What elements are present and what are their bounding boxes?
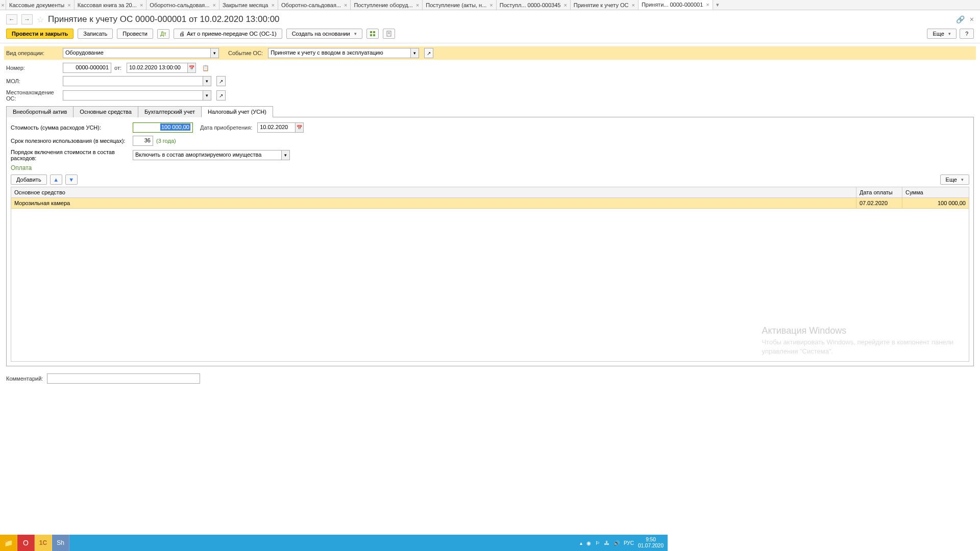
mol-open-button[interactable]: ↗ (216, 76, 226, 86)
close-icon[interactable]: × (631, 2, 634, 8)
date-from-label: от: (114, 65, 121, 71)
main-toolbar: Провести и закрыть Записать Провести Дт … (0, 27, 980, 43)
nav-back-button[interactable]: ← (6, 14, 17, 24)
cell-sum: 100 000,00 (902, 198, 969, 208)
location-label: Местонахождение ОС: (6, 89, 60, 102)
cost-order-field[interactable]: Включить в состав амортизируемого имущес… (133, 150, 282, 160)
close-icon[interactable]: × (706, 2, 709, 8)
cell-date: 07.02.2020 (856, 198, 902, 208)
useful-life-field[interactable]: 36 (133, 136, 153, 146)
mol-dropdown[interactable]: ▾ (203, 76, 211, 86)
nav-forward-button[interactable]: → (21, 14, 33, 24)
acq-date-field[interactable]: 10.02.2020 (257, 122, 296, 133)
tabs-overflow[interactable]: ▾ (713, 0, 722, 10)
post-and-close-button[interactable]: Провести и закрыть (6, 29, 74, 39)
create-based-on-button[interactable]: Создать на основании (286, 29, 362, 39)
printer-icon: 🖨 (179, 31, 185, 37)
useful-life-label: Срок полезного использования (в месяцах)… (11, 138, 130, 144)
print-act-button[interactable]: 🖨 Акт о приеме-передаче ОС (ОС-1) (174, 29, 282, 39)
doc-tab-9[interactable]: Приняти... 0000-000001× (639, 0, 713, 10)
tab-fixed-assets[interactable]: Основные средства (73, 106, 138, 117)
cost-order-label: Порядок включения стоимости в состав рас… (11, 149, 130, 161)
page-title: Принятие к учету ОС 0000-000001 от 10.02… (48, 14, 280, 24)
date-field[interactable]: 10.02.2020 13:00:00 (127, 63, 188, 73)
close-icon[interactable]: × (140, 2, 143, 8)
tab-noncurrent-asset[interactable]: Внеоборотный актив (6, 106, 74, 117)
save-button[interactable]: Записать (78, 29, 113, 39)
comment-field[interactable] (47, 373, 200, 384)
location-dropdown[interactable]: ▾ (203, 90, 211, 101)
tab-content: Стоимость (сумма расходов УСН): 100 000,… (6, 117, 974, 366)
doc-tab-8[interactable]: Принятие к учету ОС× (571, 0, 639, 10)
help-button[interactable]: ? (960, 29, 974, 39)
link-icon[interactable]: 🔗 (956, 15, 965, 23)
col-asset[interactable]: Основное средство (11, 187, 856, 197)
doc-tab-3[interactable]: Закрытие месяца× (219, 0, 278, 10)
location-field[interactable] (63, 90, 203, 101)
dt-kt-button[interactable]: Дт (157, 29, 169, 39)
close-icon[interactable]: × (67, 2, 70, 8)
cost-field[interactable]: 100 000,00 (133, 122, 193, 133)
doc-tab-1[interactable]: Кассовая книга за 20...× (75, 0, 147, 10)
payment-section-title: Оплата (11, 164, 969, 171)
close-icon[interactable]: × (489, 2, 493, 8)
mol-field[interactable] (63, 76, 203, 86)
event-dropdown[interactable]: ▾ (411, 48, 419, 58)
move-up-button[interactable]: ▲ (50, 174, 62, 185)
event-label: Событие ОС: (228, 50, 263, 56)
tab-close-leading[interactable]: × (0, 0, 6, 10)
cost-order-dropdown[interactable]: ▾ (282, 150, 290, 160)
inner-tabs: Внеоборотный актив Основные средства Бух… (6, 106, 974, 117)
cell-asset: Морозильная камера (11, 198, 856, 208)
document-tabs: × Кассовые документы× Кассовая книга за … (0, 0, 980, 10)
close-icon[interactable]: × (416, 2, 419, 8)
svg-rect-2 (370, 34, 372, 36)
post-button[interactable]: Провести (117, 29, 153, 39)
number-label: Номер: (6, 65, 60, 71)
close-icon[interactable]: × (564, 2, 567, 8)
col-sum[interactable]: Сумма (902, 187, 969, 197)
useful-life-years: (3 года) (156, 138, 176, 144)
event-open-button[interactable]: ↗ (424, 48, 433, 58)
cost-label: Стоимость (сумма расходов УСН): (11, 124, 130, 131)
svg-rect-3 (373, 34, 375, 36)
event-field[interactable]: Принятие к учету с вводом в эксплуатацию (268, 48, 411, 58)
svg-rect-0 (370, 31, 372, 33)
doc-tab-6[interactable]: Поступление (акты, н...× (423, 0, 497, 10)
acq-date-calendar[interactable]: 📅 (296, 122, 304, 133)
close-icon[interactable]: × (271, 2, 274, 8)
date-calendar-button[interactable]: 📅 (188, 63, 196, 73)
move-down-button[interactable]: ▼ (65, 174, 78, 185)
tab-tax-usn[interactable]: Налоговый учет (УСН) (201, 106, 273, 117)
doc-tab-5[interactable]: Поступление оборуд...× (351, 0, 423, 10)
table-row[interactable]: Морозильная камера 07.02.2020 100 000,00 (11, 198, 969, 209)
more-button[interactable]: Еще (927, 29, 956, 39)
acq-date-label: Дата приобретения: (200, 124, 252, 131)
op-type-dropdown[interactable]: ▾ (211, 48, 219, 58)
close-icon[interactable]: × (344, 2, 347, 8)
tab-accounting[interactable]: Бухгалтерский учет (138, 106, 202, 117)
mol-label: МОЛ: (6, 78, 60, 84)
table-more-button[interactable]: Еще (940, 174, 969, 185)
doc-tab-7[interactable]: Поступл... 0000-000345× (497, 0, 571, 10)
doc-tab-0[interactable]: Кассовые документы× (6, 0, 75, 10)
payment-table: Основное средство Дата оплаты Сумма Моро… (11, 187, 969, 362)
info-icon[interactable]: 📋 (202, 65, 209, 71)
related-button[interactable] (366, 29, 379, 39)
op-type-field[interactable]: Оборудование (63, 48, 211, 58)
number-field[interactable]: 0000-000001 (63, 63, 111, 73)
favorite-icon[interactable]: ☆ (37, 15, 44, 24)
form-area: Вид операции: Оборудование ▾ Событие ОС:… (0, 43, 980, 369)
col-date[interactable]: Дата оплаты (856, 187, 902, 197)
attachments-button[interactable] (383, 29, 395, 39)
location-open-button[interactable]: ↗ (216, 90, 226, 101)
title-bar: ← → ☆ Принятие к учету ОС 0000-000001 от… (0, 10, 980, 27)
add-row-button[interactable]: Добавить (11, 174, 47, 185)
close-icon[interactable]: × (212, 2, 215, 8)
close-document-button[interactable]: × (970, 15, 974, 23)
svg-rect-1 (373, 31, 375, 33)
doc-tab-2[interactable]: Оборотно-сальдовая...× (146, 0, 219, 10)
comment-label: Комментарий: (6, 375, 43, 382)
doc-tab-4[interactable]: Оборотно-сальдовая...× (278, 0, 351, 10)
op-type-label: Вид операции: (6, 50, 60, 56)
